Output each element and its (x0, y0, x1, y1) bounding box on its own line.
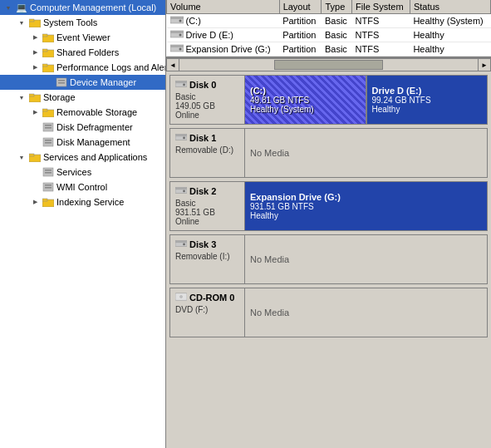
sidebar-item-label: Services and Applications (43, 152, 147, 162)
table-header-status[interactable]: Status (410, 0, 490, 14)
table-header-type[interactable]: Type (322, 0, 352, 14)
svg-point-42 (183, 84, 185, 86)
svg-rect-24 (45, 170, 52, 171)
svg-rect-30 (42, 199, 47, 201)
disk-type: Removable (I:) (175, 252, 239, 261)
sidebar-item-event-viewer[interactable]: Event Viewer (0, 30, 165, 45)
disk-header: Disk 2 (175, 185, 239, 197)
sidebar-item-device-manager[interactable]: Device Manager (0, 75, 165, 90)
svg-point-33 (179, 20, 181, 22)
expander-icon[interactable] (2, 1, 15, 14)
expander-icon[interactable] (28, 195, 42, 209)
expander-icon[interactable] (15, 91, 28, 104)
sidebar-item-removable-storage[interactable]: Removable Storage (0, 105, 165, 120)
sidebar-item-label: Storage (43, 92, 76, 102)
main-container: 💻Computer Management (Local)System Tools… (0, 0, 491, 448)
sidebar-item-services[interactable]: Services (0, 165, 165, 180)
sidebar-item-system-tools[interactable]: System Tools (0, 15, 165, 30)
disk-type: Removable (D:) (175, 145, 239, 155)
partition[interactable]: Expansion Drive (G:)931.51 GB NTFSHealth… (245, 182, 487, 230)
scroll-left-button[interactable]: ◄ (166, 58, 179, 71)
sidebar-item-services-applications[interactable]: Services and Applications (0, 150, 165, 165)
content-area: VolumeLayoutTypeFile SystemStatus (C:)Pa… (166, 0, 491, 448)
sidebar-item-disk-management[interactable]: Disk Management (0, 135, 165, 150)
sidebar-item-label: Event Viewer (56, 32, 110, 42)
disk-partitions: No Media (244, 234, 488, 284)
disk-header: Disk 3 (175, 239, 239, 250)
expander-icon[interactable] (15, 16, 28, 29)
removable-icon (175, 239, 187, 250)
svg-rect-12 (29, 94, 34, 96)
disk-icon (170, 15, 184, 27)
table-header-volume[interactable]: Volume (167, 0, 280, 14)
sidebar-item-shared-folders[interactable]: Shared Folders (0, 45, 165, 60)
disk-row-disk3: Disk 3Removable (I:)No Media (169, 234, 488, 284)
computer-icon: 💻 (15, 1, 28, 14)
partition[interactable]: Drive D (E:)99.24 GB NTFSHealthy (367, 76, 488, 124)
svg-rect-17 (45, 127, 52, 129)
folder-icon (28, 150, 42, 164)
horizontal-scrollbar[interactable]: ◄ ► (166, 58, 491, 71)
svg-rect-41 (175, 81, 187, 84)
expander-icon[interactable] (28, 61, 42, 74)
svg-point-39 (179, 48, 181, 51)
table-row[interactable]: Drive D (E:)PartitionBasicNTFSHealthy (167, 28, 491, 42)
sidebar-item-indexing-service[interactable]: Indexing Service (0, 194, 165, 209)
table-row[interactable]: (C:)PartitionBasicNTFSHealthy (System) (167, 14, 491, 28)
expander-icon[interactable] (28, 165, 42, 179)
svg-rect-19 (45, 140, 52, 141)
hdd-icon (175, 79, 187, 91)
sidebar-item-performance-logs[interactable]: Performance Logs and Alert: (0, 60, 165, 75)
item-icon (55, 76, 68, 89)
sidebar-item-computer-management[interactable]: 💻Computer Management (Local) (0, 0, 165, 15)
table-header-layout[interactable]: Layout (279, 0, 322, 14)
svg-rect-22 (29, 154, 34, 156)
expander-icon[interactable] (28, 106, 42, 119)
svg-rect-27 (45, 185, 52, 186)
layout-cell: Partition (279, 42, 322, 57)
disk-icon (170, 43, 184, 55)
expander-icon[interactable] (28, 46, 42, 59)
sidebar-item-disk-defragmenter[interactable]: Disk Defragmenter (0, 120, 165, 135)
scroll-right-button[interactable]: ► (478, 58, 491, 71)
svg-rect-32 (170, 17, 184, 19)
expander-icon[interactable] (28, 135, 42, 149)
partition-status: Healthy (System) (250, 105, 361, 114)
folder-icon (42, 61, 55, 74)
disk-label-box: Disk 0Basic149.05 GBOnline (169, 75, 244, 125)
disk-label-box: Disk 1Removable (D:) (169, 128, 244, 178)
expander-icon[interactable] (28, 121, 42, 134)
item-icon (42, 135, 55, 149)
partition-label: Expansion Drive (G:) (250, 192, 482, 202)
table-row[interactable]: Expansion Drive (G:)PartitionBasicNTFSHe… (167, 42, 491, 57)
expander-icon[interactable] (42, 76, 55, 89)
disk-partitions: No Media (244, 128, 488, 178)
expander-icon[interactable] (15, 150, 28, 164)
svg-point-48 (183, 190, 185, 193)
svg-rect-9 (58, 80, 65, 81)
fs-cell: NTFS (352, 42, 410, 57)
scrollbar-thumb[interactable] (274, 60, 383, 70)
table-header-file-system[interactable]: File System (352, 0, 410, 14)
svg-point-51 (183, 244, 185, 246)
item-icon (42, 165, 55, 179)
svg-rect-38 (170, 45, 184, 47)
disk-name-label: Disk 3 (189, 239, 216, 249)
expander-icon[interactable] (28, 31, 42, 44)
sidebar-item-storage[interactable]: Storage (0, 90, 165, 105)
partition[interactable]: (C:)49.81 GB NTFSHealthy (System) (245, 76, 367, 124)
scrollbar-track (193, 60, 464, 70)
no-media-label: No Media (245, 253, 294, 266)
svg-point-45 (183, 137, 185, 140)
disk-name-label: Disk 0 (189, 80, 216, 90)
svg-rect-1 (29, 19, 34, 22)
disk-header: CD-ROM 0 (175, 292, 239, 303)
svg-rect-28 (45, 187, 52, 189)
disk-status: Online (175, 217, 239, 226)
expander-icon[interactable] (28, 180, 42, 194)
folder-icon (28, 16, 42, 29)
sidebar-item-wmi-control[interactable]: WMI Control (0, 180, 165, 194)
partition-details: 99.24 GB NTFS (372, 96, 483, 105)
disk-label-box: CD-ROM 0DVD (F:) (169, 288, 244, 337)
no-media-label: No Media (245, 146, 294, 160)
